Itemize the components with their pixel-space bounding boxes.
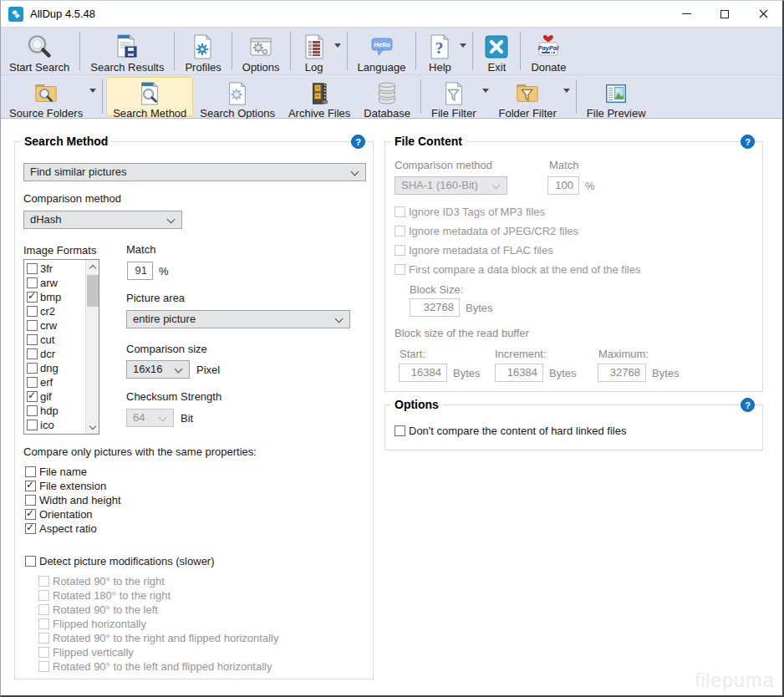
property-checkbox-file-extension[interactable]: File extension (25, 479, 106, 492)
format-item-ico[interactable]: ico (27, 418, 85, 432)
image-formats-listbox[interactable]: 3fr arw bmp cr2 crw cut dcr dng erf gif … (23, 259, 99, 435)
modification-checkbox-rot90-left-flip[interactable]: Rotated 90° to the left and flipped hori… (38, 659, 272, 673)
log-button[interactable]: Log (294, 29, 334, 73)
comparison-size-value: 16x16 (133, 363, 162, 375)
source-folders-dropdown-arrow[interactable] (89, 75, 99, 118)
fc-comparison-method-select[interactable]: SHA-1 (160-Bit) (395, 176, 507, 195)
search-method-button[interactable]: Search Method (106, 77, 193, 116)
checkbox-icon (27, 377, 38, 388)
checkbox-icon (38, 661, 49, 672)
search-results-button[interactable]: Search Results (84, 29, 171, 73)
document-floppy-icon (114, 33, 140, 60)
ignore-id3-checkbox[interactable]: Ignore ID3 Tags of MP3 files (395, 205, 545, 218)
file-filter-dropdown-arrow[interactable] (482, 75, 491, 118)
increment-input[interactable]: 16384 (495, 364, 543, 382)
toolbar-label: Search Method (113, 107, 186, 120)
close-button[interactable] (744, 1, 782, 27)
group-title: Search Method (20, 134, 112, 149)
toolbar-separator (102, 79, 103, 114)
file-content-group: File Content ? Comparison method Match S… (384, 141, 763, 392)
toolbar-separator (472, 32, 473, 70)
modification-checkbox-rot90-right-flip[interactable]: Rotated 90° to the right and flipped hor… (38, 631, 278, 644)
checkbox-icon (38, 618, 49, 629)
format-item-gif[interactable]: gif (27, 389, 85, 404)
checkbox-icon (395, 226, 405, 237)
language-button[interactable]: Hello Language (351, 29, 413, 73)
file-filter-button[interactable]: File Filter (425, 77, 482, 116)
checkbox-icon (27, 292, 38, 303)
toolbar-separator (79, 32, 80, 70)
start-search-button[interactable]: Start Search (3, 29, 76, 73)
profiles-button[interactable]: Profiles (178, 29, 227, 73)
toolbar-label: Source Folders (9, 107, 83, 120)
format-item-bmp[interactable]: bmp (27, 290, 85, 304)
scroll-down-icon[interactable] (86, 420, 99, 434)
database-button[interactable]: Database (357, 77, 417, 116)
checkbox-icon (38, 633, 49, 644)
comparison-method-label: Comparison method (23, 192, 121, 206)
help-badge-icon[interactable]: ? (741, 135, 755, 149)
toolbar-label: Search Results (90, 61, 164, 74)
app-logo-icon (8, 7, 23, 22)
modification-checkbox-rot90-right[interactable]: Rotated 90° to the right (38, 574, 165, 588)
checkbox-icon (38, 590, 49, 601)
log-dropdown-arrow[interactable] (334, 28, 344, 74)
format-item-dcr[interactable]: dcr (27, 347, 85, 361)
ignore-jpeg-metadata-checkbox[interactable]: Ignore metadata of JPEG/CR2 files (395, 224, 578, 237)
modification-checkbox-rot90-left[interactable]: Rotated 90° to the left (38, 603, 158, 616)
comparison-size-select[interactable]: 16x16 (126, 360, 190, 379)
property-checkbox-width-height[interactable]: Width and height (25, 493, 121, 506)
exit-button[interactable]: Exit (476, 29, 517, 73)
archive-files-button[interactable]: Archive Files (282, 77, 357, 116)
property-checkbox-aspect-ratio[interactable]: Aspect ratio (25, 521, 97, 535)
scrollbar-thumb[interactable] (87, 275, 99, 307)
modification-checkbox-rot180-right[interactable]: Rotated 180° to the right (38, 588, 171, 602)
scroll-up-icon[interactable] (86, 260, 99, 273)
zip-archive-icon (307, 81, 332, 106)
donate-button[interactable]: PayPal Donate (524, 29, 573, 73)
minimize-button[interactable] (667, 1, 705, 27)
hard-link-checkbox[interactable]: Don't compare the content of hard linked… (395, 424, 626, 437)
close-icon (759, 9, 768, 18)
format-item-3fr[interactable]: 3fr (27, 262, 85, 276)
first-compare-block-checkbox[interactable]: First compare a data block at the end of… (395, 262, 640, 276)
file-preview-button[interactable]: File Preview (580, 77, 653, 116)
modification-checkbox-flip-h[interactable]: Flipped horizontally (38, 617, 146, 630)
block-size-input[interactable]: 32768 (410, 298, 460, 317)
toolbar-label: Search Options (200, 107, 275, 120)
format-item-hdp[interactable]: hdp (27, 404, 85, 418)
start-input[interactable]: 16384 (399, 364, 447, 382)
format-item-dng[interactable]: dng (27, 361, 85, 375)
format-item-cr2[interactable]: cr2 (27, 304, 85, 318)
help-button[interactable]: ? Help (420, 29, 460, 73)
maximize-button[interactable] (705, 1, 744, 27)
folder-filter-dropdown-arrow[interactable] (563, 75, 573, 118)
maximum-input[interactable]: 32768 (598, 364, 646, 382)
modification-checkbox-flip-v[interactable]: Flipped vertically (38, 645, 134, 659)
format-item-cut[interactable]: cut (27, 333, 85, 347)
options-button[interactable]: Options (236, 29, 287, 73)
help-badge-icon[interactable]: ? (351, 135, 365, 149)
property-checkbox-file-name[interactable]: File name (25, 465, 87, 478)
search-options-button[interactable]: Search Options (193, 77, 282, 116)
format-item-arw[interactable]: arw (27, 276, 85, 290)
help-badge-icon[interactable]: ? (741, 398, 755, 412)
detect-modifications-checkbox[interactable]: Detect picture modifications (slower) (25, 554, 215, 567)
source-folders-button[interactable]: Source Folders (3, 77, 89, 116)
format-item-erf[interactable]: erf (27, 375, 85, 389)
property-checkbox-orientation[interactable]: Orientation (25, 507, 93, 521)
listbox-scrollbar[interactable] (85, 260, 99, 434)
document-gear-icon (190, 33, 216, 60)
match-input[interactable]: 91 (127, 262, 153, 280)
format-item-crw[interactable]: crw (27, 318, 85, 333)
comparison-method-select[interactable]: dHash (23, 211, 182, 229)
toolbar-separator (347, 32, 348, 70)
fc-match-input[interactable]: 100 (547, 176, 579, 195)
folder-filter-button[interactable]: Folder Filter (491, 77, 563, 116)
checkbox-icon (25, 481, 36, 491)
picture-area-select[interactable]: entire picture (126, 310, 350, 328)
checksum-strength-select[interactable]: 64 (126, 409, 174, 427)
help-dropdown-arrow[interactable] (460, 28, 469, 74)
search-method-select[interactable]: Find similar pictures (23, 163, 366, 181)
ignore-flac-metadata-checkbox[interactable]: Ignore metadata of FLAC files (395, 243, 553, 257)
